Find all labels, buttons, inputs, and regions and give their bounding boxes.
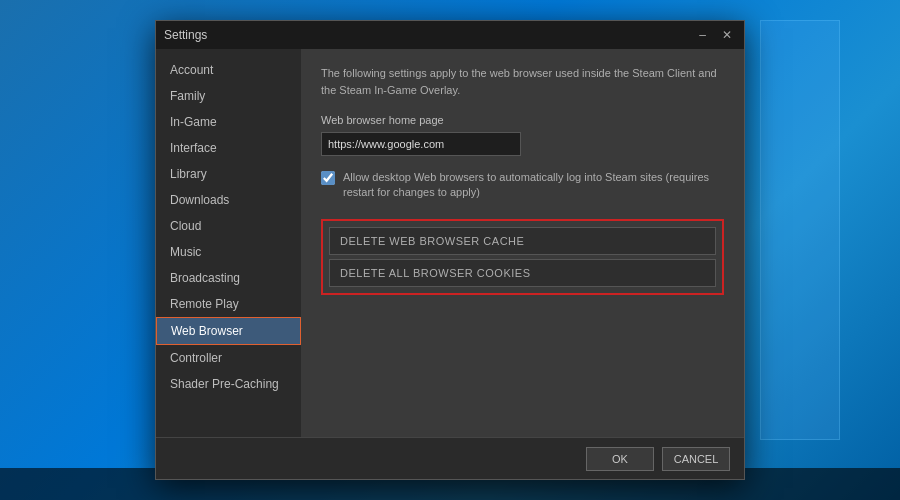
sidebar-item-broadcasting[interactable]: Broadcasting — [156, 265, 301, 291]
sidebar-item-library[interactable]: Library — [156, 161, 301, 187]
cancel-button[interactable]: CANCEL — [662, 447, 730, 471]
title-bar: Settings – ✕ — [156, 21, 744, 49]
auto-login-checkbox[interactable] — [321, 171, 335, 185]
sidebar-item-remote-play[interactable]: Remote Play — [156, 291, 301, 317]
sidebar-item-cloud[interactable]: Cloud — [156, 213, 301, 239]
sidebar-item-interface[interactable]: Interface — [156, 135, 301, 161]
minimize-button[interactable]: – — [695, 28, 710, 42]
dialog-footer: OK CANCEL — [156, 437, 744, 479]
sidebar-item-family[interactable]: Family — [156, 83, 301, 109]
action-buttons-group: DELETE WEB BROWSER CACHE DELETE ALL BROW… — [321, 219, 724, 295]
dialog-content: Account Family In-Game Interface Library… — [156, 49, 744, 437]
checkbox-row: Allow desktop Web browsers to automatica… — [321, 170, 724, 201]
home-page-label: Web browser home page — [321, 114, 724, 126]
delete-cache-button[interactable]: DELETE WEB BROWSER CACHE — [329, 227, 716, 255]
description-text: The following settings apply to the web … — [321, 65, 724, 98]
sidebar-item-account[interactable]: Account — [156, 57, 301, 83]
sidebar-item-downloads[interactable]: Downloads — [156, 187, 301, 213]
title-bar-controls: – ✕ — [695, 28, 736, 42]
sidebar-item-shader-pre-caching[interactable]: Shader Pre-Caching — [156, 371, 301, 397]
home-page-input[interactable] — [321, 132, 521, 156]
dialog-title: Settings — [164, 28, 207, 42]
main-panel: The following settings apply to the web … — [301, 49, 744, 437]
sidebar: Account Family In-Game Interface Library… — [156, 49, 301, 437]
sidebar-item-web-browser[interactable]: Web Browser — [156, 317, 301, 345]
settings-dialog: Settings – ✕ Account Family In-Game Inte… — [155, 20, 745, 480]
desktop: Settings – ✕ Account Family In-Game Inte… — [0, 0, 900, 500]
sidebar-item-controller[interactable]: Controller — [156, 345, 301, 371]
window-decoration — [760, 20, 840, 440]
sidebar-item-in-game[interactable]: In-Game — [156, 109, 301, 135]
ok-button[interactable]: OK — [586, 447, 654, 471]
sidebar-item-music[interactable]: Music — [156, 239, 301, 265]
delete-cookies-button[interactable]: DELETE ALL BROWSER COOKIES — [329, 259, 716, 287]
checkbox-label: Allow desktop Web browsers to automatica… — [343, 170, 724, 201]
close-button[interactable]: ✕ — [718, 28, 736, 42]
